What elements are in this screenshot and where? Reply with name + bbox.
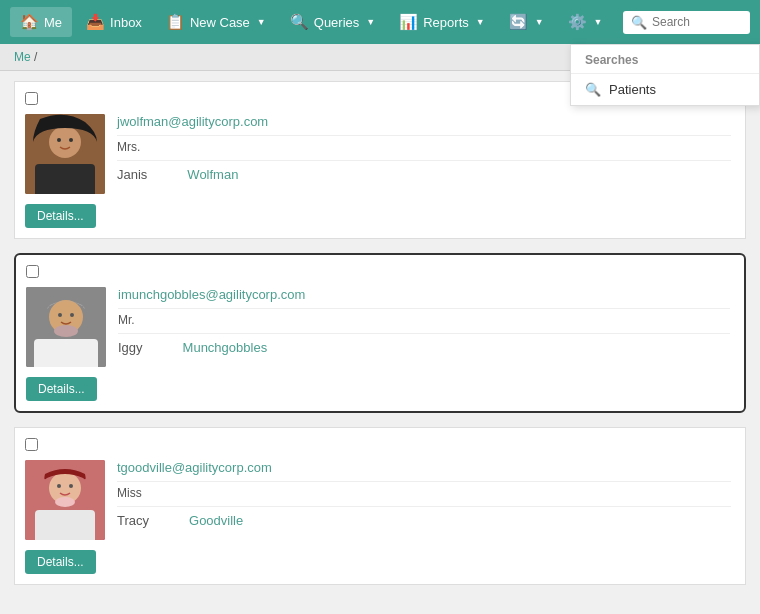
- reports-caret-icon: ▼: [476, 17, 485, 27]
- svg-point-15: [69, 484, 73, 488]
- navbar: 🏠 Me 📥 Inbox 📋 New Case ▼ 🔍 Queries ▼ 📊 …: [0, 0, 760, 44]
- nav-reports[interactable]: 📊 Reports ▼: [389, 7, 494, 37]
- patient-email-3: tgoodville@agilitycorp.com: [117, 460, 731, 482]
- nav-settings[interactable]: ⚙️ ▼: [558, 7, 613, 37]
- reports-icon: 📊: [399, 13, 418, 31]
- patient-name-row-3: Tracy Goodville: [117, 513, 731, 528]
- svg-rect-13: [35, 510, 95, 540]
- refresh-icon: 🔄: [509, 13, 528, 31]
- svg-rect-2: [35, 164, 95, 194]
- card-body-2: imunchgobbles@agilitycorp.com Mr. Iggy M…: [26, 287, 730, 367]
- home-icon: 🏠: [20, 13, 39, 31]
- svg-point-10: [54, 325, 78, 337]
- queries-caret-icon: ▼: [366, 17, 375, 27]
- card-body-1: jwolfman@agilitycorp.com Mrs. Janis Wolf…: [25, 114, 731, 194]
- search-icon: 🔍: [631, 15, 647, 30]
- dropdown-item-patients-label: Patients: [609, 82, 656, 97]
- card-checkbox-2[interactable]: [26, 265, 730, 281]
- svg-point-3: [57, 138, 61, 142]
- patient-avatar-3: [25, 460, 105, 540]
- patient-lastname-1: Wolfman: [187, 167, 238, 182]
- patient-card-3: tgoodville@agilitycorp.com Miss Tracy Go…: [14, 427, 746, 585]
- patient-title-2: Mr.: [118, 313, 730, 334]
- nav-queries[interactable]: 🔍 Queries ▼: [280, 7, 385, 37]
- patient-firstname-3: Tracy: [117, 513, 149, 528]
- svg-point-4: [69, 138, 73, 142]
- details-button-1[interactable]: Details...: [25, 204, 96, 228]
- patient-avatar-2: [26, 287, 106, 367]
- nav-home[interactable]: 🏠 Me: [10, 7, 72, 37]
- nav-inbox-label: Inbox: [110, 15, 142, 30]
- details-button-3[interactable]: Details...: [25, 550, 96, 574]
- svg-point-8: [58, 313, 62, 317]
- nav-home-label: Me: [44, 15, 62, 30]
- svg-point-16: [55, 497, 75, 507]
- nav-search-bar[interactable]: 🔍: [623, 11, 750, 34]
- patients-search-icon: 🔍: [585, 82, 601, 97]
- svg-rect-7: [34, 339, 98, 367]
- refresh-caret-icon: ▼: [535, 17, 544, 27]
- patient-card-2: imunchgobbles@agilitycorp.com Mr. Iggy M…: [14, 253, 746, 413]
- avatar-image-3: [25, 460, 105, 540]
- avatar-image-2: [26, 287, 106, 367]
- svg-point-9: [70, 313, 74, 317]
- queries-icon: 🔍: [290, 13, 309, 31]
- details-button-2[interactable]: Details...: [26, 377, 97, 401]
- card-body-3: tgoodville@agilitycorp.com Miss Tracy Go…: [25, 460, 731, 540]
- patient-name-row-2: Iggy Munchgobbles: [118, 340, 730, 355]
- nav-new-case[interactable]: 📋 New Case ▼: [156, 7, 276, 37]
- patient-firstname-1: Janis: [117, 167, 147, 182]
- inbox-icon: 📥: [86, 13, 105, 31]
- settings-icon: ⚙️: [568, 13, 587, 31]
- patient-info-1: jwolfman@agilitycorp.com Mrs. Janis Wolf…: [117, 114, 731, 182]
- nav-refresh[interactable]: 🔄 ▼: [499, 7, 554, 37]
- settings-caret-icon: ▼: [594, 17, 603, 27]
- patient-name-row-1: Janis Wolfman: [117, 167, 731, 182]
- patient-title-1: Mrs.: [117, 140, 731, 161]
- patient-lastname-3: Goodville: [189, 513, 243, 528]
- breadcrumb-me[interactable]: Me: [14, 50, 31, 64]
- nav-reports-label: Reports: [423, 15, 469, 30]
- new-case-caret-icon: ▼: [257, 17, 266, 27]
- breadcrumb-separator: /: [34, 50, 37, 64]
- checkbox-p3[interactable]: [25, 438, 38, 451]
- search-dropdown: Searches 🔍 Patients: [570, 44, 760, 106]
- patient-email-1: jwolfman@agilitycorp.com: [117, 114, 731, 136]
- patient-title-3: Miss: [117, 486, 731, 507]
- new-case-icon: 📋: [166, 13, 185, 31]
- card-checkbox-3[interactable]: [25, 438, 731, 454]
- avatar-image-1: [25, 114, 105, 194]
- patient-info-2: imunchgobbles@agilitycorp.com Mr. Iggy M…: [118, 287, 730, 355]
- nav-queries-label: Queries: [314, 15, 360, 30]
- patient-email-2: imunchgobbles@agilitycorp.com: [118, 287, 730, 309]
- svg-point-14: [57, 484, 61, 488]
- patient-firstname-2: Iggy: [118, 340, 143, 355]
- patient-info-3: tgoodville@agilitycorp.com Miss Tracy Go…: [117, 460, 731, 528]
- checkbox-p1[interactable]: [25, 92, 38, 105]
- search-input[interactable]: [652, 15, 742, 29]
- nav-new-case-label: New Case: [190, 15, 250, 30]
- main-content: jwolfman@agilitycorp.com Mrs. Janis Wolf…: [0, 71, 760, 613]
- patient-avatar-1: [25, 114, 105, 194]
- checkbox-p2[interactable]: [26, 265, 39, 278]
- dropdown-item-patients[interactable]: 🔍 Patients: [571, 74, 759, 105]
- svg-point-1: [49, 126, 81, 158]
- patient-lastname-2: Munchgobbles: [183, 340, 268, 355]
- nav-inbox[interactable]: 📥 Inbox: [76, 7, 152, 37]
- dropdown-section-title: Searches: [571, 45, 759, 74]
